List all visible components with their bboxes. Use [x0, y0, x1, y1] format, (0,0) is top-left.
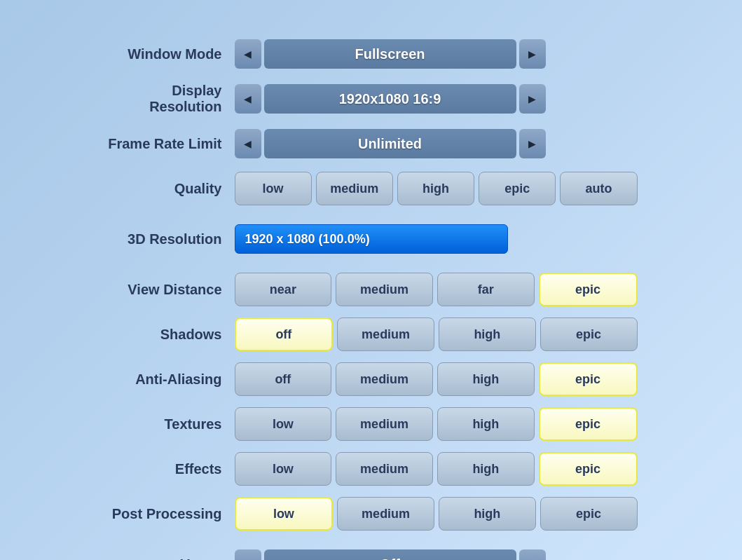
settings-panel: Window Mode ◀ Fullscreen ▶ Display Resol…	[84, 21, 659, 560]
post-processing-high[interactable]: high	[439, 497, 536, 531]
effects-high[interactable]: high	[437, 452, 535, 486]
post-processing-row: Post Processing low medium high epic	[105, 495, 638, 533]
vsync-value: Off	[264, 549, 516, 560]
shadows-epic[interactable]: epic	[540, 317, 638, 351]
window-mode-next[interactable]: ▶	[519, 39, 546, 69]
shadows-row: Shadows off medium high epic	[105, 315, 638, 353]
post-processing-low[interactable]: low	[235, 497, 334, 531]
anti-aliasing-label: Anti-Aliasing	[105, 371, 235, 388]
view-distance-far[interactable]: far	[437, 273, 535, 306]
frame-rate-row: Frame Rate Limit ◀ Unlimited ▶	[105, 125, 638, 163]
window-mode-label: Window Mode	[105, 46, 235, 62]
display-resolution-row: Display Resolution ◀ 1920x1080 16:9 ▶	[105, 80, 638, 118]
window-mode-row: Window Mode ◀ Fullscreen ▶	[105, 35, 638, 73]
display-resolution-label: Display Resolution	[105, 83, 235, 115]
post-processing-epic[interactable]: epic	[540, 497, 638, 531]
effects-low[interactable]: low	[235, 452, 332, 486]
quality-label: Quality	[105, 181, 235, 197]
view-distance-label: View Distance	[105, 282, 235, 298]
textures-label: Textures	[105, 416, 235, 432]
display-resolution-value: 1920x1080 16:9	[264, 84, 516, 114]
quality-low[interactable]: low	[235, 172, 312, 205]
view-distance-near[interactable]: near	[235, 273, 332, 306]
resolution-3d-label: 3D Resolution	[105, 231, 235, 247]
effects-label: Effects	[105, 461, 235, 477]
effects-epic[interactable]: epic	[539, 452, 638, 486]
anti-aliasing-high[interactable]: high	[437, 362, 535, 396]
anti-aliasing-off[interactable]: off	[235, 362, 332, 396]
display-resolution-control: ◀ 1920x1080 16:9 ▶	[235, 84, 546, 114]
anti-aliasing-epic[interactable]: epic	[539, 362, 638, 396]
anti-aliasing-row: Anti-Aliasing off medium high epic	[105, 360, 638, 398]
post-processing-label: Post Processing	[105, 506, 235, 522]
quality-row: Quality low medium high epic auto	[105, 170, 638, 207]
quality-options: low medium high epic auto	[235, 172, 638, 205]
frame-rate-next[interactable]: ▶	[519, 129, 546, 158]
vsync-next[interactable]: ▶	[519, 549, 546, 560]
resolution-3d-control: 1920 x 1080 (100.0%)	[235, 224, 638, 254]
shadows-label: Shadows	[105, 327, 235, 343]
window-mode-value: Fullscreen	[264, 39, 516, 69]
effects-row: Effects low medium high epic	[105, 450, 638, 488]
post-processing-options: low medium high epic	[235, 497, 638, 531]
frame-rate-value: Unlimited	[264, 129, 516, 158]
textures-options: low medium high epic	[235, 407, 638, 441]
shadows-off[interactable]: off	[235, 317, 334, 351]
window-mode-prev[interactable]: ◀	[235, 39, 261, 69]
textures-high[interactable]: high	[437, 407, 535, 441]
quality-high[interactable]: high	[397, 172, 474, 205]
vsync-prev[interactable]: ◀	[235, 549, 261, 560]
resolution-3d-dropdown[interactable]: 1920 x 1080 (100.0%)	[235, 224, 508, 254]
display-resolution-prev[interactable]: ◀	[235, 84, 261, 114]
quality-epic[interactable]: epic	[479, 172, 556, 205]
textures-epic[interactable]: epic	[539, 407, 638, 441]
vsync-control: ◀ Off ▶	[235, 549, 546, 560]
frame-rate-prev[interactable]: ◀	[235, 129, 261, 158]
shadows-medium[interactable]: medium	[337, 317, 434, 351]
shadows-options: off medium high epic	[235, 317, 638, 351]
vsync-label: Vsync	[105, 556, 235, 561]
textures-row: Textures low medium high epic	[105, 405, 638, 443]
view-distance-medium[interactable]: medium	[336, 273, 433, 306]
quality-medium[interactable]: medium	[316, 172, 393, 205]
anti-aliasing-medium[interactable]: medium	[336, 362, 433, 396]
quality-auto[interactable]: auto	[560, 172, 637, 205]
frame-rate-label: Frame Rate Limit	[105, 136, 235, 152]
window-mode-control: ◀ Fullscreen ▶	[235, 39, 546, 69]
frame-rate-control: ◀ Unlimited ▶	[235, 129, 546, 158]
view-distance-options: near medium far epic	[235, 273, 638, 306]
shadows-high[interactable]: high	[439, 317, 536, 351]
view-distance-epic[interactable]: epic	[539, 273, 638, 306]
effects-options: low medium high epic	[235, 452, 638, 486]
textures-medium[interactable]: medium	[336, 407, 433, 441]
textures-low[interactable]: low	[235, 407, 332, 441]
vsync-row: Vsync ◀ Off ▶	[105, 545, 638, 560]
effects-medium[interactable]: medium	[336, 452, 433, 486]
display-resolution-next[interactable]: ▶	[519, 84, 546, 114]
post-processing-medium[interactable]: medium	[337, 497, 434, 531]
view-distance-row: View Distance near medium far epic	[105, 271, 638, 308]
anti-aliasing-options: off medium high epic	[235, 362, 638, 396]
resolution-3d-row: 3D Resolution 1920 x 1080 (100.0%)	[105, 220, 638, 258]
